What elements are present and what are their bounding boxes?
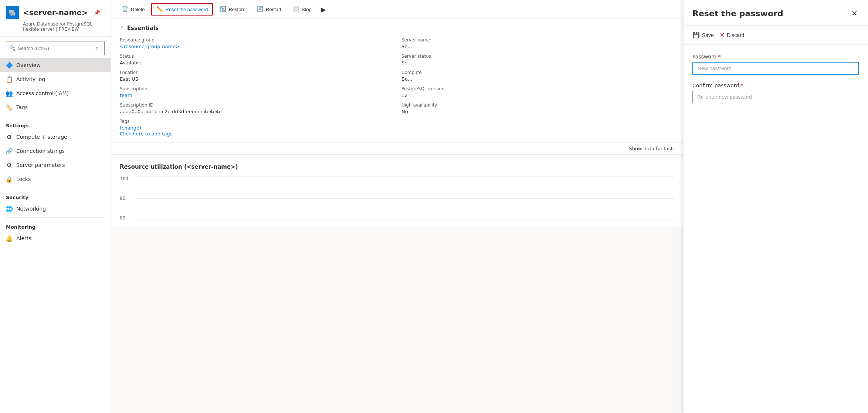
search-input[interactable] bbox=[18, 46, 90, 51]
sidebar-item-access-control[interactable]: 👥 Access control (IAM) bbox=[0, 86, 111, 100]
subscription-label: Subscription bbox=[120, 86, 393, 91]
sidebar-item-label: Locks bbox=[16, 176, 31, 182]
panel-title: Reset the password bbox=[692, 9, 783, 18]
monitoring-section-label: Monitoring bbox=[0, 219, 111, 231]
sidebar-item-label: Networking bbox=[16, 206, 46, 212]
essentials-subscription: Subscription team bbox=[120, 86, 393, 98]
server-col-value: Se... bbox=[401, 44, 412, 49]
essentials-status: Status Available bbox=[120, 54, 393, 66]
ha-value: No bbox=[401, 109, 408, 114]
resource-title: Resource utilization (<server-name>) bbox=[120, 164, 674, 170]
essentials-server-status2: Server status Se... bbox=[401, 54, 674, 66]
panel-header: Reset the password ✕ bbox=[684, 0, 868, 26]
sidebar-item-alerts[interactable]: 🔔 Alerts bbox=[0, 231, 111, 245]
sidebar-item-label: Compute + storage bbox=[16, 134, 67, 140]
sidebar-item-label: Server parameters bbox=[16, 162, 65, 168]
security-divider bbox=[6, 188, 105, 188]
settings-divider bbox=[6, 116, 105, 116]
status-label: Status bbox=[120, 54, 393, 59]
essentials-title: Essentials bbox=[127, 25, 159, 31]
sidebar-item-server-parameters[interactable]: ⚙️ Server parameters bbox=[0, 158, 111, 172]
delete-button[interactable]: 🗑️ Delete bbox=[117, 3, 150, 15]
tags-icon: 🏷️ bbox=[6, 104, 13, 111]
essentials-postgres-version: PostgreSQL version 12 bbox=[401, 86, 674, 98]
resource-group-label: Resource group bbox=[120, 37, 393, 43]
close-icon: ✕ bbox=[851, 9, 858, 17]
sidebar-logo: 🐘 <server-name> 📌 bbox=[6, 6, 105, 19]
add-tags-link[interactable]: Click here to add tags bbox=[120, 131, 172, 137]
restart-button[interactable]: 🔄 Restart bbox=[252, 3, 286, 15]
pin-icon[interactable]: 📌 bbox=[94, 10, 100, 16]
search-icon: 🔍 bbox=[9, 45, 16, 51]
sidebar: 🐘 <server-name> 📌 Azure Database for Pos… bbox=[0, 0, 111, 413]
sidebar-item-overview[interactable]: 🔷 Overview bbox=[0, 58, 111, 72]
essentials-grid: Resource group <resource-group-name> Ser… bbox=[120, 37, 674, 137]
password-field-group: Password * bbox=[692, 54, 859, 75]
sidebar-item-label: Tags bbox=[16, 104, 28, 110]
chart-y-labels: 100 90 80 bbox=[120, 176, 133, 221]
essentials-header: ⌃ Essentials bbox=[120, 25, 674, 31]
close-panel-button[interactable]: ✕ bbox=[850, 7, 859, 19]
compute-storage-icon: ⚙️ bbox=[6, 134, 13, 140]
delete-label: Delete bbox=[131, 7, 145, 12]
discard-button[interactable]: ✕ Discard bbox=[720, 30, 744, 40]
discard-label: Discard bbox=[727, 32, 744, 38]
stop-icon: ⬜ bbox=[292, 6, 299, 13]
resource-section: Resource utilization (<server-name>) 100… bbox=[111, 158, 683, 226]
password-field-label: Password * bbox=[692, 54, 859, 60]
stop-label: Stop bbox=[302, 7, 312, 12]
confirm-password-field-label: Confirm password * bbox=[692, 83, 859, 88]
subscription-id-value: aaaa0a0a-bb1b-cc2c-dd3d-eeeeee4e4e4e bbox=[120, 109, 222, 114]
compute-value: Bu... bbox=[401, 76, 413, 82]
subscription-value[interactable]: team bbox=[120, 93, 132, 98]
sidebar-item-tags[interactable]: 🏷️ Tags bbox=[0, 100, 111, 114]
essentials-server-name-col: Server name Se... bbox=[401, 37, 674, 49]
ha-label: High availability bbox=[401, 103, 674, 108]
compute-label: Compute bbox=[401, 70, 674, 75]
sidebar-item-connection-strings[interactable]: 🔗 Connection strings bbox=[0, 144, 111, 158]
location-label: Location bbox=[120, 70, 393, 75]
restart-icon: 🔄 bbox=[257, 6, 264, 13]
confirm-required-star: * bbox=[740, 83, 743, 88]
reset-password-button[interactable]: ✏️ Reset the password bbox=[151, 3, 213, 16]
chart-area: 100 90 80 bbox=[120, 176, 674, 221]
connection-strings-icon: 🔗 bbox=[6, 148, 13, 154]
confirm-password-input[interactable] bbox=[692, 91, 859, 103]
restore-button[interactable]: ↩️ Restore bbox=[214, 3, 250, 15]
restore-label: Restore bbox=[228, 7, 245, 12]
sidebar-item-compute-storage[interactable]: ⚙️ Compute + storage bbox=[0, 130, 111, 144]
save-button[interactable]: 💾 Save bbox=[692, 30, 714, 40]
show-data-label: Show data for last: bbox=[629, 146, 674, 151]
sidebar-item-label: Activity log bbox=[16, 76, 45, 82]
sidebar-header: 🐘 <server-name> 📌 Azure Database for Pos… bbox=[0, 0, 111, 37]
essentials-compute: Compute Bu... bbox=[401, 70, 674, 82]
sidebar-item-locks[interactable]: 🔒 Locks bbox=[0, 172, 111, 186]
chart-label-90: 90 bbox=[120, 196, 133, 201]
discard-icon: ✕ bbox=[720, 31, 725, 38]
resource-group-value[interactable]: <resource-group-name> bbox=[120, 44, 180, 49]
search-box-container: 🔍 « bbox=[6, 41, 105, 55]
sidebar-item-networking[interactable]: 🌐 Networking bbox=[0, 202, 111, 216]
locks-icon: 🔒 bbox=[6, 176, 13, 182]
password-required-star: * bbox=[718, 54, 720, 60]
activity-log-icon: 📋 bbox=[6, 76, 13, 83]
main-content: 🗑️ Delete ✏️ Reset the password ↩️ Resto… bbox=[111, 0, 683, 413]
server-status2-value: Se... bbox=[401, 60, 412, 66]
content-area: ⌃ Essentials Resource group <resource-gr… bbox=[111, 19, 683, 413]
essentials-tags: Tags (change) Click here to add tags bbox=[120, 119, 393, 137]
change-link[interactable]: (change) bbox=[120, 125, 141, 131]
essentials-location: Location East US bbox=[120, 70, 393, 82]
essentials-chevron-icon[interactable]: ⌃ bbox=[120, 25, 124, 31]
networking-icon: 🌐 bbox=[6, 205, 13, 212]
tags-label: Tags bbox=[120, 119, 393, 124]
sidebar-item-activity-log[interactable]: 📋 Activity log bbox=[0, 72, 111, 86]
essentials-subscription-id: Subscription ID aaaa0a0a-bb1b-cc2c-dd3d-… bbox=[120, 103, 393, 114]
chart-label-80: 80 bbox=[120, 215, 133, 221]
collapse-button[interactable]: « bbox=[92, 44, 101, 53]
location-value: East US bbox=[120, 76, 138, 82]
new-password-input[interactable] bbox=[692, 62, 859, 75]
more-options-icon[interactable]: ▶ bbox=[318, 6, 329, 13]
server-subtitle: Azure Database for PostgreSQL flexible s… bbox=[23, 21, 105, 32]
stop-button[interactable]: ⬜ Stop bbox=[288, 3, 316, 15]
sidebar-item-label: Alerts bbox=[16, 235, 31, 241]
